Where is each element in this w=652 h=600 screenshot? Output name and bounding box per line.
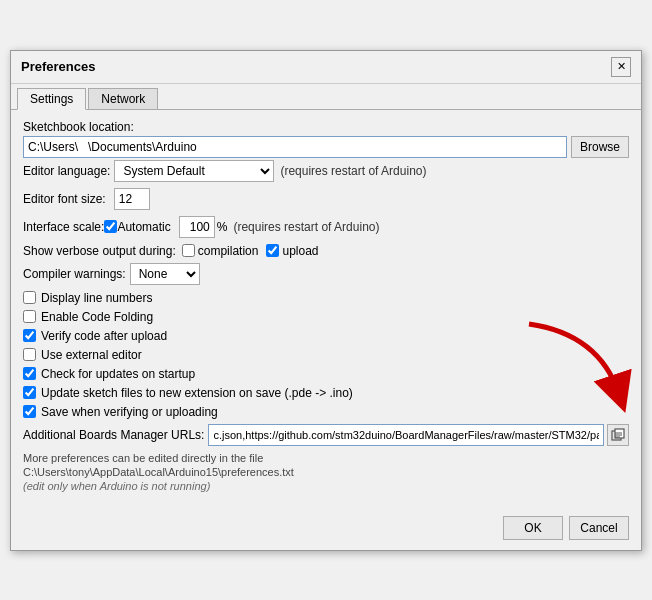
compiler-warnings-select[interactable]: None Default More All xyxy=(130,263,200,285)
cancel-button[interactable]: Cancel xyxy=(569,516,629,540)
editor-font-row: Editor font size: xyxy=(23,188,629,210)
editor-language-note: (requires restart of Arduino) xyxy=(280,164,426,178)
checkbox-row-0: Display line numbers xyxy=(23,291,629,305)
boards-url-input[interactable] xyxy=(208,424,604,446)
tab-network[interactable]: Network xyxy=(88,88,158,109)
boards-url-label: Additional Boards Manager URLs: xyxy=(23,428,204,442)
verify-code-checkbox[interactable] xyxy=(23,329,36,342)
compiler-warnings-row: Compiler warnings: None Default More All xyxy=(23,263,629,285)
sketchbook-section: Sketchbook location: Browse xyxy=(23,120,629,158)
font-size-input[interactable] xyxy=(114,188,150,210)
external-editor-checkbox[interactable] xyxy=(23,348,36,361)
display-line-numbers-label: Display line numbers xyxy=(41,291,152,305)
checkbox-row-3: Use external editor xyxy=(23,348,629,362)
boards-url-icon-button[interactable] xyxy=(607,424,629,446)
boards-url-row: Additional Boards Manager URLs: xyxy=(23,424,629,446)
dialog-title: Preferences xyxy=(21,59,95,74)
display-line-numbers-checkbox[interactable] xyxy=(23,291,36,304)
sketchbook-input-row: Browse xyxy=(23,136,629,158)
prefs-path: C:\Users\tony\AppData\Local\Arduino15\pr… xyxy=(23,466,629,478)
checkbox-row-4: Check for updates on startup xyxy=(23,367,629,381)
interface-scale-row: Interface scale: Automatic % (requires r… xyxy=(23,216,629,238)
update-sketch-label: Update sketch files to new extension on … xyxy=(41,386,353,400)
edit-note: (edit only when Arduino is not running) xyxy=(23,480,629,492)
editor-language-label: Editor language: xyxy=(23,164,110,178)
automatic-label: Automatic xyxy=(117,220,170,234)
save-when-verifying-checkbox[interactable] xyxy=(23,405,36,418)
compiler-warnings-label: Compiler warnings: xyxy=(23,267,126,281)
verbose-row: Show verbose output during: compilation … xyxy=(23,244,629,258)
font-input-wrapper xyxy=(110,188,150,210)
editor-font-label: Editor font size: xyxy=(23,192,106,206)
browse-button[interactable]: Browse xyxy=(571,136,629,158)
tabs-container: Settings Network xyxy=(11,84,641,110)
interface-scale-label: Interface scale: xyxy=(23,220,104,234)
scale-note: (requires restart of Arduino) xyxy=(233,220,379,234)
buttons-row: OK Cancel xyxy=(11,510,641,550)
checkboxes-section: Display line numbers Enable Code Folding… xyxy=(23,291,629,419)
external-editor-label: Use external editor xyxy=(41,348,142,362)
tab-settings[interactable]: Settings xyxy=(17,88,86,110)
ok-button[interactable]: OK xyxy=(503,516,563,540)
automatic-checkbox[interactable] xyxy=(104,220,117,233)
upload-label: upload xyxy=(282,244,318,258)
checkbox-row-5: Update sketch files to new extension on … xyxy=(23,386,629,400)
save-when-verifying-label: Save when verifying or uploading xyxy=(41,405,218,419)
sketchbook-label: Sketchbook location: xyxy=(23,120,629,134)
check-updates-label: Check for updates on startup xyxy=(41,367,195,381)
enable-code-folding-label: Enable Code Folding xyxy=(41,310,153,324)
enable-code-folding-checkbox[interactable] xyxy=(23,310,36,323)
editor-language-row: Editor language: System Default (require… xyxy=(23,160,629,182)
more-prefs-text: More preferences can be edited directly … xyxy=(23,452,629,464)
checkbox-row-2: Verify code after upload xyxy=(23,329,629,343)
settings-content: Sketchbook location: Browse Editor langu… xyxy=(11,110,641,510)
title-bar: Preferences ✕ xyxy=(11,51,641,84)
compilation-checkbox[interactable] xyxy=(182,244,195,257)
checkbox-row-1: Enable Code Folding xyxy=(23,310,629,324)
upload-checkbox[interactable] xyxy=(266,244,279,257)
editor-language-select[interactable]: System Default xyxy=(114,160,274,182)
checkbox-row-6: Save when verifying or uploading xyxy=(23,405,629,419)
sketchbook-input[interactable] xyxy=(23,136,567,158)
external-link-icon xyxy=(611,428,625,442)
close-button[interactable]: ✕ xyxy=(611,57,631,77)
preferences-dialog: Preferences ✕ Settings Network Sketchboo… xyxy=(10,50,642,551)
update-sketch-checkbox[interactable] xyxy=(23,386,36,399)
footer-section: More preferences can be edited directly … xyxy=(23,452,629,492)
scale-input[interactable] xyxy=(179,216,215,238)
boards-url-section: Additional Boards Manager URLs: xyxy=(23,424,629,446)
scale-pct: % xyxy=(217,220,228,234)
compilation-label: compilation xyxy=(198,244,259,258)
verify-code-label: Verify code after upload xyxy=(41,329,167,343)
verbose-label: Show verbose output during: xyxy=(23,244,176,258)
check-updates-checkbox[interactable] xyxy=(23,367,36,380)
